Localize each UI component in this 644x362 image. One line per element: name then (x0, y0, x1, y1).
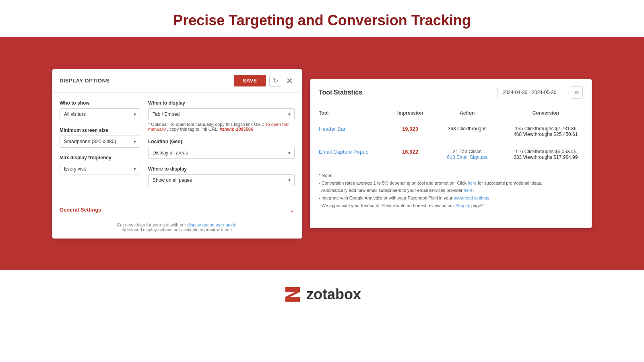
where-to-display-wrapper: Show on all pages ▼ (148, 174, 295, 186)
conversion-line1: 116 Clickthroughs $5,053.45 (509, 149, 583, 154)
col-tool-header: Tool (310, 106, 386, 120)
who-to-show-label: Who to show (60, 100, 140, 106)
action-line1: 21 Tab Clicks (444, 149, 491, 154)
shopify-link[interactable]: Shopify (455, 203, 470, 208)
svg-marker-0 (285, 287, 300, 302)
max-freq-wrapper: Every visit ▼ (60, 163, 140, 175)
general-settings-link[interactable]: General Settings (60, 207, 101, 213)
where-to-display-group: Where to display Show on all pages ▼ (148, 166, 295, 186)
min-screen-wrapper: Smartphone (320 x 480) ▼ (60, 136, 140, 148)
conversion-here-link[interactable]: here (468, 181, 477, 185)
location-wrapper: Display all areas ▼ (148, 147, 295, 159)
panel-header: DISPLAY OPTIONS SAVE ↻ ✕ (52, 69, 302, 93)
min-screen-select[interactable]: Smartphone (320 x 480) (60, 136, 140, 148)
date-range-wrapper: ⚙ (497, 86, 583, 99)
note-line5: - We appreciate your feedback. Please wr… (319, 202, 583, 210)
settings-icon-button[interactable]: ⚙ (571, 86, 583, 99)
who-to-show-wrapper: All visitors ▼ (60, 108, 140, 120)
save-button[interactable]: SAVE (234, 75, 266, 86)
footer-prefix: Get new ideas for your site with our (117, 222, 186, 227)
stats-header: Tool Statistics ⚙ (310, 79, 592, 106)
statistics-panel: Tool Statistics ⚙ Tool Impression Action… (310, 79, 592, 228)
action-line2: 618 Email Signups (444, 154, 491, 160)
zotabox-logo: zotabox (283, 285, 361, 304)
left-column: Who to show All visitors ▼ Minimum scree… (60, 100, 140, 193)
location-label: Location (Geo) (148, 139, 295, 144)
when-to-display-wrapper: Tab / Embed ▼ (148, 108, 295, 120)
page-footer: zotabox (0, 270, 644, 319)
optional-text: * Optional: To open tool manually, copy … (148, 122, 295, 132)
location-select[interactable]: Display all areas (148, 147, 295, 159)
impression-cell: 19,023 (386, 120, 434, 143)
note-line4: - Integrate with Google Analytics or wit… (319, 194, 583, 202)
tool-name-cell: Header Bar (310, 120, 386, 143)
footer-subtext: Advanced display options not available i… (60, 227, 295, 232)
notes-section: * Note: - Conversion rates average 1 to … (310, 166, 592, 216)
tool-name-cell: Email Capture Popup (310, 143, 386, 166)
email-provider-here-link[interactable]: here (464, 188, 473, 193)
note-line2: - Conversion rates average 1 to 5% depen… (319, 179, 583, 187)
min-screen-label: Minimum screen size (60, 128, 140, 133)
conversion-cell: 155 Clickthroughs $7,731.86 468 Viewthro… (500, 120, 592, 143)
logo-text: zotabox (306, 286, 361, 303)
panel-header-actions: SAVE ↻ ✕ (234, 75, 295, 87)
min-screen-group: Minimum screen size Smartphone (320 x 48… (60, 128, 140, 148)
zotabox-logo-icon (283, 285, 302, 304)
where-to-display-label: Where to display (148, 166, 295, 172)
impression-cell: 16,922 (386, 143, 434, 166)
panel-body: Who to show All visitors ▼ Minimum scree… (52, 93, 302, 197)
who-to-show-group: Who to show All visitors ▼ (60, 100, 140, 120)
conversion-cell: 116 Clickthroughs $5,053.45 333 Viewthro… (500, 143, 592, 166)
action-cell: 21 Tab Clicks 618 Email Signups (435, 143, 500, 166)
optional-copy-text: , copy this tag to link URL: (167, 127, 220, 132)
right-column: When to display Tab / Embed ▼ * Optional… (148, 100, 295, 193)
main-content: DISPLAY OPTIONS SAVE ↻ ✕ Who to show All… (0, 37, 644, 270)
display-options-panel: DISPLAY OPTIONS SAVE ↻ ✕ Who to show All… (52, 69, 302, 239)
table-row: Email Capture Popup 16,922 21 Tab Clicks… (310, 143, 592, 166)
impression-count: 19,023 (402, 126, 418, 132)
when-to-display-label: When to display (148, 100, 295, 106)
email-capture-popup-link[interactable]: Email Capture Popup (319, 149, 369, 155)
col-conversion-header: Conversion (500, 106, 592, 120)
close-button[interactable]: ✕ (285, 76, 295, 86)
when-to-display-select[interactable]: Tab / Embed (148, 108, 295, 120)
general-settings-row: General Settings ⌄ (52, 201, 302, 218)
header-bar-link[interactable]: Header Bar (319, 126, 345, 132)
col-action-header: Action (435, 106, 500, 120)
stats-table: Tool Impression Action Conversion Header… (310, 106, 592, 166)
when-to-display-group: When to display Tab / Embed ▼ * Optional… (148, 100, 295, 132)
footer-text-line1: Get new ideas for your site with our dis… (60, 222, 295, 227)
display-option-user-guide-link[interactable]: display option user guide (187, 222, 236, 227)
location-group: Location (Geo) Display all areas ▼ (148, 139, 295, 159)
advanced-settings-link[interactable]: advanced settings (454, 195, 489, 200)
page-title: Precise Targeting and Conversion Trackin… (0, 12, 644, 29)
where-to-display-select[interactable]: Show on all pages (148, 174, 295, 186)
email-signups-link[interactable]: 618 Email Signups (447, 154, 487, 160)
optional-prefix: * Optional: To open tool manually, copy … (148, 122, 264, 127)
note-line3: - Automatically add new email subscriber… (319, 187, 583, 194)
conversion-line2: 333 Viewthroughs $17,964.99 (509, 154, 583, 160)
conversion-line2: 468 Viewthroughs $25,450.61 (509, 132, 583, 137)
date-range-input[interactable] (497, 87, 568, 98)
chevron-down-icon: ⌄ (289, 206, 295, 214)
panel-footer: Get new ideas for your site with our dis… (52, 218, 302, 239)
page-header: Precise Targeting and Conversion Trackin… (0, 0, 644, 37)
conversion-line1: 155 Clickthroughs $7,731.86 (509, 126, 583, 132)
who-to-show-select[interactable]: All visitors (60, 108, 140, 120)
panel-title: DISPLAY OPTIONS (60, 78, 110, 84)
refresh-button[interactable]: ↻ (269, 75, 281, 87)
stats-title: Tool Statistics (319, 89, 362, 96)
max-freq-group: Max display frequency Every visit ▼ (60, 155, 140, 175)
tag-value: #zbwid-1095586 (220, 127, 253, 132)
max-freq-select[interactable]: Every visit (60, 163, 140, 175)
max-freq-label: Max display frequency (60, 155, 140, 160)
col-impression-header: Impression (386, 106, 434, 120)
impression-count: 16,922 (402, 149, 418, 155)
action-cell: 363 Clickthroughs (435, 120, 500, 143)
note-line1: * Note: (319, 172, 583, 179)
table-header-row: Tool Impression Action Conversion (310, 106, 592, 120)
table-row: Header Bar 19,023 363 Clickthroughs 155 … (310, 120, 592, 143)
